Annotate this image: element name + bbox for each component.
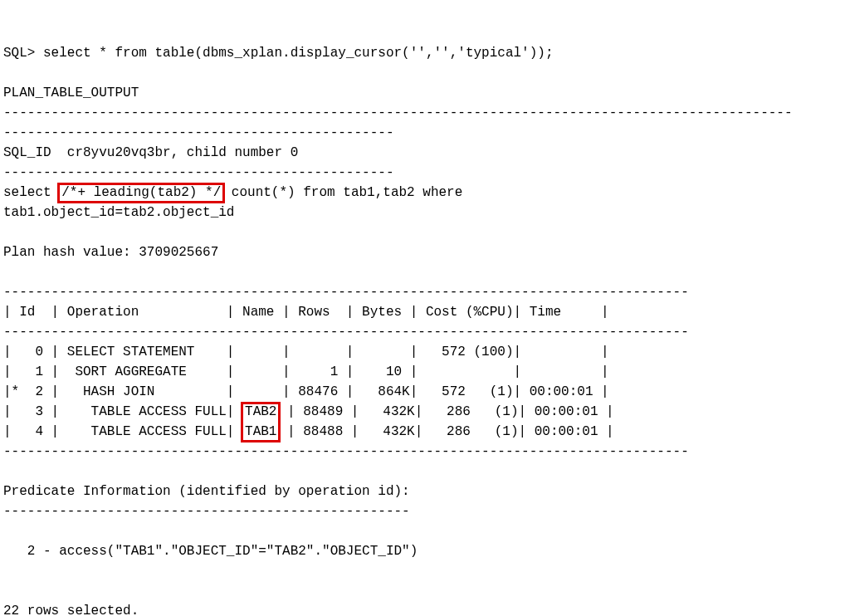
predicate-line: 2 - access("TAB1"."OBJECT_ID"="TAB2"."OB… bbox=[3, 544, 418, 559]
plan-row-4-pre: | 4 | TABLE ACCESS FULL| bbox=[3, 424, 242, 439]
sql-text-line2: tab1.object_id=tab2.object_id bbox=[3, 205, 234, 220]
sql-id-line: SQL_ID cr8yvu20vq3br, child number 0 bbox=[3, 145, 298, 160]
sql-prompt: SQL> bbox=[3, 46, 43, 61]
plan-row-1: | 1 | SORT AGGREGATE | | 1 | 10 | | | bbox=[3, 364, 609, 379]
predicate-heading: Predicate Information (identified by ope… bbox=[3, 484, 410, 499]
plan-row-0: | 0 | SELECT STATEMENT | | | | 572 (100)… bbox=[3, 345, 609, 359]
plan-row-3-post: | 88489 | 432K| 286 (1)| 00:00:01 | bbox=[279, 404, 613, 419]
tab2-highlight: TAB2 bbox=[241, 402, 281, 423]
plan-hash-line: Plan hash value: 3709025667 bbox=[3, 245, 218, 260]
predicate-rule: ----------------------------------------… bbox=[3, 504, 410, 519]
sql-text-pre: select bbox=[3, 185, 59, 200]
rule-long: ----------------------------------------… bbox=[3, 105, 793, 120]
plan-rule: ----------------------------------------… bbox=[3, 444, 689, 459]
plan-header: | Id | Operation | Name | Rows | Bytes |… bbox=[3, 305, 609, 320]
sql-text-post: count(*) from tab1,tab2 where bbox=[223, 185, 462, 200]
plan-row-2: |* 2 | HASH JOIN | | 88476 | 864K| 572 (… bbox=[3, 384, 609, 399]
plan-output-heading: PLAN_TABLE_OUTPUT bbox=[3, 86, 139, 100]
hint-highlight: /*+ leading(tab2) */ bbox=[57, 183, 225, 203]
plan-rule: ----------------------------------------… bbox=[3, 325, 689, 340]
rows-selected: 22 rows selected. bbox=[3, 604, 139, 616]
rule-half: ----------------------------------------… bbox=[3, 125, 393, 140]
plan-rule: ----------------------------------------… bbox=[3, 285, 689, 300]
sql-command: select * from table(dbms_xplan.display_c… bbox=[43, 46, 554, 61]
rule-half: ----------------------------------------… bbox=[3, 165, 393, 180]
tab1-highlight: TAB1 bbox=[241, 422, 281, 442]
plan-row-3-pre: | 3 | TABLE ACCESS FULL| bbox=[3, 404, 242, 419]
plan-row-4-post: | 88488 | 432K| 286 (1)| 00:00:01 | bbox=[279, 424, 613, 439]
